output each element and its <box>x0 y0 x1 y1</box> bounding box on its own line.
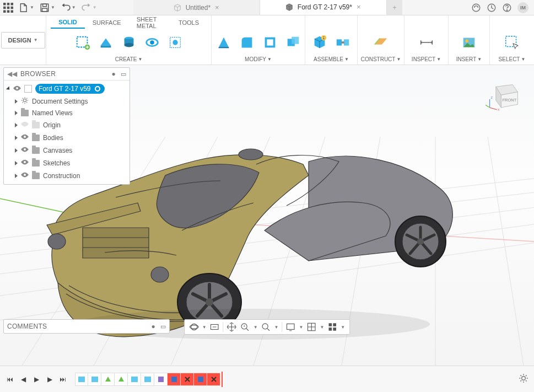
orbit-icon[interactable] <box>189 322 199 332</box>
timeline-item[interactable] <box>101 373 115 386</box>
group-label-inspect[interactable]: INSPECT▼ <box>412 55 441 65</box>
zoom-icon[interactable]: + <box>240 322 250 332</box>
timeline-item[interactable] <box>194 373 207 386</box>
group-label-insert[interactable]: INSERT▼ <box>456 55 482 65</box>
expand-icon[interactable] <box>15 99 18 104</box>
chevron-down-icon[interactable]: ▼ <box>320 325 324 330</box>
pan-icon[interactable] <box>227 322 237 332</box>
fillet-icon[interactable] <box>238 33 256 52</box>
eye-icon[interactable] <box>21 146 29 155</box>
hole-icon[interactable] <box>166 33 185 52</box>
chevron-down-icon[interactable]: ▼ <box>299 325 304 330</box>
tab-ford-gt[interactable]: Ford GT 2-17 v59* × <box>260 0 387 15</box>
combine-icon[interactable] <box>284 33 303 52</box>
undo-icon[interactable] <box>61 3 71 13</box>
timeline-marker[interactable] <box>222 372 223 387</box>
node-construction[interactable]: Construction <box>7 169 126 182</box>
root-component[interactable]: Ford GT 2-17 v59 <box>35 84 105 94</box>
expand-icon[interactable] <box>15 161 18 165</box>
close-icon[interactable]: × <box>357 3 361 11</box>
avatar[interactable]: IM <box>517 2 528 13</box>
save-dropdown-icon[interactable]: ▼ <box>51 5 55 10</box>
node-named-views[interactable]: Named Views <box>7 108 126 119</box>
radio-active-icon[interactable] <box>95 86 100 92</box>
insert-image-icon[interactable] <box>460 33 478 52</box>
timeline-item[interactable] <box>128 373 141 386</box>
group-label-assemble[interactable]: ASSEMBLE▼ <box>314 55 349 65</box>
step-back-icon[interactable]: ◀ <box>19 375 28 383</box>
undo-dropdown-icon[interactable]: ▼ <box>72 5 76 10</box>
joint-icon[interactable] <box>333 33 352 52</box>
extensions-icon[interactable] <box>471 3 481 13</box>
chevron-down-icon[interactable]: ▼ <box>274 325 279 330</box>
extrude-icon[interactable] <box>120 33 138 52</box>
view-cube[interactable]: FRONT Z X Y <box>486 80 522 111</box>
go-end-icon[interactable]: ⏭ <box>58 375 67 383</box>
node-document-settings[interactable]: Document Settings <box>7 95 126 108</box>
chevron-down-icon[interactable]: ▼ <box>341 325 345 330</box>
press-pull-icon[interactable] <box>214 33 233 52</box>
node-canvases[interactable]: Canvases <box>7 144 126 157</box>
help-icon[interactable] <box>502 3 512 13</box>
node-sketches[interactable]: Sketches <box>7 157 126 169</box>
new-tab-button[interactable]: ＋ <box>387 0 402 15</box>
eye-icon[interactable] <box>21 133 29 142</box>
measure-icon[interactable] <box>417 33 436 52</box>
expand-icon[interactable] <box>15 123 18 127</box>
group-label-select[interactable]: SELECT▼ <box>499 55 526 65</box>
redo-dropdown-icon[interactable]: ▼ <box>93 5 97 10</box>
browser-pin-icon[interactable]: ▭ <box>121 71 126 77</box>
create-form-icon[interactable] <box>96 33 115 52</box>
expand-icon[interactable] <box>15 111 18 115</box>
subtab-surface[interactable]: SURFACE <box>85 17 129 28</box>
expand-icon[interactable] <box>15 148 18 153</box>
save-icon[interactable] <box>40 3 50 13</box>
tab-untitled[interactable]: Untitled* × <box>133 0 260 15</box>
display-settings-icon[interactable] <box>286 322 296 332</box>
close-icon[interactable]: × <box>215 3 219 12</box>
timeline-item[interactable] <box>207 373 220 386</box>
group-label-modify[interactable]: MODIFY▼ <box>245 55 272 65</box>
collapse-icon[interactable]: ◀◀ <box>7 70 17 78</box>
browser-settings-icon[interactable]: ● <box>111 70 115 78</box>
add-comment-icon[interactable]: ● <box>151 323 155 330</box>
eye-icon[interactable] <box>21 171 29 180</box>
grid-icon[interactable] <box>306 322 316 332</box>
file-dropdown-icon[interactable]: ▼ <box>30 5 34 10</box>
go-start-icon[interactable]: ⏮ <box>6 375 14 383</box>
viewport[interactable]: FRONT Z X Y ◀◀ BROWSER ● ▭ <box>0 65 534 366</box>
timeline-item[interactable] <box>168 373 181 386</box>
timeline-item[interactable] <box>115 373 128 386</box>
step-forward-icon[interactable]: ▶ <box>45 375 54 383</box>
timeline-item[interactable] <box>154 373 168 386</box>
group-label-construct[interactable]: CONSTRUCT▼ <box>361 55 401 65</box>
subtab-solid[interactable]: SOLID <box>51 17 85 29</box>
new-sketch-icon[interactable] <box>73 33 92 52</box>
apps-grid-icon[interactable] <box>3 3 13 13</box>
redo-icon[interactable] <box>82 3 91 13</box>
workspace-button[interactable]: DESIGN ▼ <box>1 32 45 49</box>
subtab-sheetmetal[interactable]: SHEET METAL <box>129 14 171 31</box>
eye-icon[interactable] <box>21 158 29 168</box>
file-icon[interactable] <box>19 3 29 13</box>
select-icon[interactable] <box>503 33 521 52</box>
timeline-settings-icon[interactable] <box>519 373 528 385</box>
timeline-item[interactable] <box>181 373 194 386</box>
group-label-create[interactable]: CREATE ▼ <box>115 55 143 65</box>
expand-icon[interactable] <box>6 86 11 91</box>
expand-icon[interactable] <box>15 174 18 178</box>
node-bodies[interactable]: Bodies <box>7 131 126 144</box>
fit-icon[interactable] <box>261 322 271 332</box>
revolve-icon[interactable] <box>143 33 161 52</box>
eye-icon[interactable] <box>13 84 21 94</box>
play-icon[interactable]: ▶ <box>32 375 41 383</box>
expand-comments-icon[interactable]: ▭ <box>160 323 166 330</box>
subtab-tools[interactable]: TOOLS <box>171 17 207 28</box>
timeline-item[interactable] <box>88 373 101 386</box>
construct-plane-icon[interactable] <box>371 33 390 52</box>
timeline-item[interactable] <box>141 373 154 386</box>
chevron-down-icon[interactable]: ▼ <box>253 325 258 330</box>
viewports-icon[interactable] <box>327 322 337 332</box>
new-component-icon[interactable] <box>310 33 329 52</box>
expand-icon[interactable] <box>15 136 18 140</box>
